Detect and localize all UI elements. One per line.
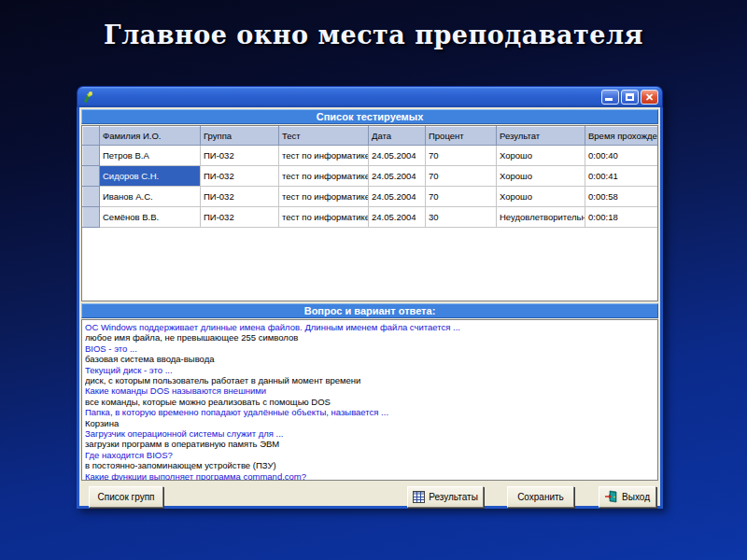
cell-date: 24.05.2004 xyxy=(369,146,426,166)
row-selector xyxy=(83,146,100,166)
header-percent: Процент xyxy=(426,127,497,146)
header-test: Тест xyxy=(279,127,369,146)
group-list-button[interactable]: Список групп xyxy=(89,486,163,508)
answer-line: любое имя файла, не превышающее 255 симв… xyxy=(85,332,655,343)
row-selector xyxy=(83,166,100,187)
slide-title: Главное окно места преподавателя xyxy=(0,21,747,49)
cell-time: 0:00:41 xyxy=(585,166,659,187)
cell-group: ПИ-032 xyxy=(201,166,279,187)
cell-test: тест по информатике xyxy=(279,146,369,166)
table-row-selected[interactable]: Сидоров С.Н. ПИ-032 тест по информатике … xyxy=(83,166,659,187)
answer-line: загрузки программ в оперативную память Э… xyxy=(85,439,655,449)
question-line: Загрузчик операционной системы служит дл… xyxy=(85,428,655,439)
results-button[interactable]: Результаты xyxy=(407,486,484,508)
question-line: Какие команды DOS называются внешними xyxy=(85,385,655,396)
row-selector xyxy=(83,187,100,207)
window-client-area: Список тестируемых Фамилия И.О. Группа Т… xyxy=(77,107,663,509)
table-row[interactable]: Семёнов В.В. ПИ-032 тест по информатике … xyxy=(83,207,659,228)
cell-time: 0:00:18 xyxy=(585,207,659,228)
cell-result: Хорошо xyxy=(497,146,585,166)
cell-date: 24.05.2004 xyxy=(369,166,426,187)
maximize-button[interactable] xyxy=(621,90,639,105)
results-button-label: Результаты xyxy=(429,492,478,502)
exit-button-label: Выход xyxy=(622,492,650,502)
question-line: Папка, в которую временно попадают удалё… xyxy=(85,407,655,417)
question-line: Текущий диск - это ... xyxy=(85,365,655,375)
cell-time: 0:00:58 xyxy=(585,187,659,207)
save-button-label: Сохранить xyxy=(517,492,564,502)
cell-group: ПИ-032 xyxy=(201,207,279,228)
cell-test: тест по информатике xyxy=(279,207,369,228)
cell-test: тест по информатике xyxy=(279,187,369,207)
answer-line: в постоянно-запоминающем устройстве (ПЗУ… xyxy=(85,460,655,470)
answer-line: все команды, которые можно реализовать с… xyxy=(85,397,655,407)
save-button[interactable]: Сохранить xyxy=(507,486,574,508)
minimize-icon xyxy=(605,98,613,101)
testers-table-area: Фамилия И.О. Группа Тест Дата Процент Ре… xyxy=(81,125,658,301)
question-line: Какие функции выполняет программа comman… xyxy=(85,471,655,481)
cell-percent: 70 xyxy=(426,187,497,207)
testers-table: Фамилия И.О. Группа Тест Дата Процент Ре… xyxy=(82,126,658,228)
bottom-button-bar: Список групп Результаты Сохранить xyxy=(81,481,658,512)
cell-date: 24.05.2004 xyxy=(369,207,426,228)
cell-result: Хорошо xyxy=(497,187,585,207)
cell-name: Петров В.А xyxy=(100,146,201,166)
cell-percent: 70 xyxy=(426,146,497,166)
cell-percent: 30 xyxy=(426,207,497,228)
app-window: ✕ Список тестируемых Фамилия И.О. Группа… xyxy=(77,86,663,509)
window-titlebar[interactable]: ✕ xyxy=(77,86,663,107)
maximize-icon xyxy=(626,93,634,101)
close-icon: ✕ xyxy=(641,91,657,104)
close-button[interactable]: ✕ xyxy=(641,90,658,105)
question-line: ОС Windows поддерживает длинные имена фа… xyxy=(85,322,655,332)
cell-date: 24.05.2004 xyxy=(369,187,426,207)
cell-name: Сидоров С.Н. xyxy=(100,166,201,187)
header-name: Фамилия И.О. xyxy=(100,127,201,146)
question-line: BIOS - это ... xyxy=(85,343,655,354)
exit-button[interactable]: Выход xyxy=(599,486,656,508)
table-row[interactable]: Иванов А.С. ПИ-032 тест по информатике 2… xyxy=(83,187,659,207)
header-time: Время прохождения xyxy=(585,127,659,146)
exit-door-icon xyxy=(605,490,618,503)
header-selector xyxy=(83,127,100,146)
cell-group: ПИ-032 xyxy=(201,146,279,166)
cell-name: Иванов А.С. xyxy=(100,187,201,207)
question-line: Где находится BIOS? xyxy=(85,450,655,460)
minimize-button[interactable] xyxy=(601,90,619,105)
cell-result: Хорошо xyxy=(497,166,585,187)
cell-test: тест по информатике xyxy=(279,166,369,187)
cell-percent: 70 xyxy=(426,166,497,187)
table-row[interactable]: Петров В.А ПИ-032 тест по информатике 24… xyxy=(83,146,659,166)
header-result: Результат xyxy=(497,127,585,146)
answer-line: диск, с которым пользователь работает в … xyxy=(85,375,655,385)
header-group: Группа xyxy=(201,127,279,146)
row-selector xyxy=(83,207,100,228)
answer-line: Корзина xyxy=(85,418,655,428)
cell-result: Неудовлетворительно xyxy=(497,207,585,228)
table-header-row: Фамилия И.О. Группа Тест Дата Процент Ре… xyxy=(83,127,659,146)
answer-line: базовая система ввода-вывода xyxy=(85,354,655,364)
question-answer-list: ОС Windows поддерживает длинные имена фа… xyxy=(81,319,658,481)
results-grid-icon xyxy=(413,491,425,503)
cell-group: ПИ-032 xyxy=(201,187,279,207)
header-date: Дата xyxy=(369,127,426,146)
testers-list-banner: Список тестируемых xyxy=(81,109,658,124)
cell-time: 0:00:40 xyxy=(585,146,659,166)
question-answer-banner: Вопрос и вариант ответа: xyxy=(81,303,658,318)
app-icon[interactable] xyxy=(81,90,96,105)
group-list-button-label: Список групп xyxy=(98,492,155,502)
cell-name: Семёнов В.В. xyxy=(100,207,201,228)
